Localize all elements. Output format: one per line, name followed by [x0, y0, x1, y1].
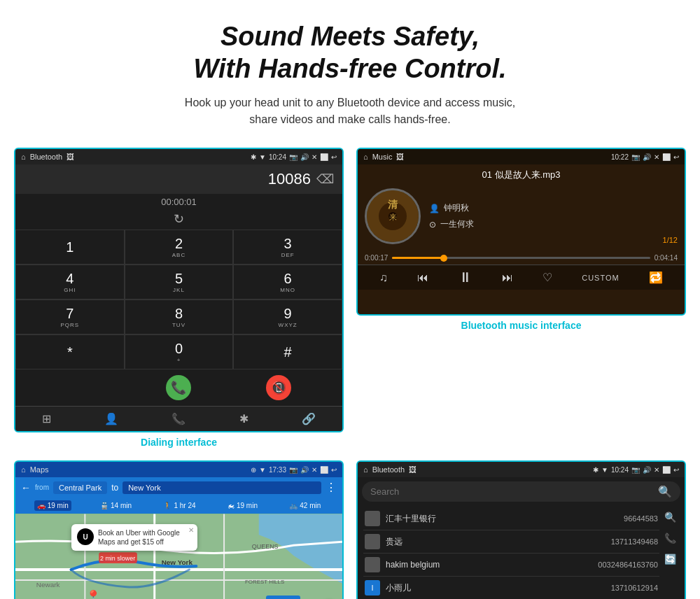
next-track-icon[interactable]: ⏭: [502, 272, 513, 284]
pb-refresh-icon[interactable]: 🔄: [664, 554, 676, 565]
home-icon4[interactable]: ⌂: [363, 465, 368, 474]
map-transport-bar: 🚗 19 min 🚆 14 min 🚶 1 hr 24 🏍 19 min 🚲: [15, 498, 342, 514]
close-icon2: ✕: [654, 153, 659, 161]
end-call-button[interactable]: 📵: [266, 375, 291, 400]
svg-text:来: 来: [389, 213, 397, 221]
heart-icon[interactable]: ♡: [542, 271, 552, 284]
back-icon[interactable]: ↩: [331, 153, 337, 161]
pb-search-bar: 🔍: [362, 481, 680, 502]
progress-bar[interactable]: [392, 257, 650, 259]
repeat-icon[interactable]: 🔁: [649, 271, 663, 284]
image-icon4: 🖼: [409, 465, 416, 474]
call-button[interactable]: 📞: [166, 375, 191, 400]
contact-avatar-4: I: [365, 580, 380, 596]
music-block: ⌂ Music 🖼 10:22 📷 🔊 ✕ ⬜ ↩ 01 似是故人来.mp3: [356, 148, 686, 448]
contact-avatar-1: [365, 511, 380, 526]
dial-key-5[interactable]: 5JKL: [125, 265, 234, 300]
dial-actions: 📞 📵: [15, 369, 342, 406]
prev-track-icon[interactable]: ⏮: [417, 272, 428, 284]
pb-screen-label: Bluetooth: [372, 465, 405, 474]
nav-person-icon[interactable]: 👤: [104, 412, 118, 425]
play-pause-icon[interactable]: ⏸: [458, 269, 472, 286]
music-info: 👤 钟明秋 ⊙ 一生何求: [429, 188, 654, 244]
dial-key-star[interactable]: *: [15, 334, 125, 369]
custom-button[interactable]: CUSTOM: [582, 274, 619, 282]
back-icon3[interactable]: ↩: [331, 466, 337, 474]
contact-item-1[interactable]: 汇丰十里银行 96644583: [363, 507, 659, 530]
dialing-screen: ⌂ Bluetooth 🖼 ✱ ▼ 10:24 📷 🔊 ✕ ⬜ ↩ 10086: [14, 148, 344, 432]
transport-walk[interactable]: 🚶 1 hr 24: [160, 500, 198, 511]
more-options-icon[interactable]: ⋮: [326, 481, 337, 494]
home-icon[interactable]: ⌂: [21, 153, 26, 161]
close-icon4: ✕: [654, 466, 659, 474]
dial-number-row: 10086 ⌫: [15, 164, 342, 194]
pb-time: 10:24: [611, 466, 629, 474]
dial-key-7[interactable]: 7PQRS: [15, 300, 125, 334]
dial-key-4[interactable]: 4GHI: [15, 265, 125, 300]
contact-item-3[interactable]: hakim belgium 00324864163760: [363, 554, 659, 577]
dial-key-2[interactable]: 2ABC: [125, 230, 234, 265]
music-screen: ⌂ Music 🖼 10:22 📷 🔊 ✕ ⬜ ↩ 01 似是故人来.mp3: [356, 148, 686, 316]
pb-search-right-icon[interactable]: 🔍: [664, 512, 676, 523]
nav-bluetooth-icon[interactable]: ✱: [239, 412, 248, 425]
dial-key-6[interactable]: 6MNO: [233, 265, 342, 300]
window-icon4: ⬜: [662, 466, 671, 474]
map-time: 17:33: [269, 466, 286, 474]
svg-text:U: U: [83, 533, 88, 541]
car-icon: 🚗: [37, 502, 46, 509]
contact-avatar-3: [365, 557, 380, 572]
transport-car[interactable]: 🚗 19 min: [34, 500, 71, 511]
camera-icon3: 📷: [289, 466, 298, 474]
dial-refresh-icon[interactable]: ↻: [15, 209, 342, 230]
contact-item-4[interactable]: I 小雨儿 13710612914: [363, 577, 659, 599]
svg-text:清: 清: [388, 199, 398, 210]
volume-icon: 🔊: [300, 153, 309, 161]
dial-key-1[interactable]: 1: [15, 230, 125, 265]
music-song-title: 01 似是故人来.mp3: [358, 164, 685, 181]
screens-grid: ⌂ Bluetooth 🖼 ✱ ▼ 10:24 📷 🔊 ✕ ⬜ ↩ 10086: [0, 141, 700, 599]
music-time: 10:22: [611, 153, 629, 161]
progress-fill: [392, 257, 444, 259]
popup-close-icon[interactable]: ✕: [188, 526, 194, 534]
dial-key-0[interactable]: 0+: [125, 334, 234, 369]
map-to[interactable]: New York: [122, 481, 321, 494]
backspace-button[interactable]: ⌫: [316, 171, 334, 187]
back-icon4[interactable]: ↩: [673, 466, 679, 474]
svg-text:QUEENS: QUEENS: [252, 543, 279, 550]
pb-search-input[interactable]: [370, 486, 652, 497]
music-track-num: 1/12: [663, 236, 678, 244]
nav-grid-icon[interactable]: ⊞: [42, 412, 51, 425]
music-album: ⊙ 一生何求: [429, 218, 654, 230]
map-block: ⌂ Maps ⊕ ▼ 17:33 📷 🔊 ✕ ⬜ ↩ ← from Ce: [14, 460, 344, 599]
nav-phone-icon[interactable]: 📞: [172, 412, 186, 425]
home-icon[interactable]: ⌂: [363, 153, 368, 161]
hero-title: Sound Meets Safety,With Hands-free Contr…: [56, 21, 644, 85]
music-note-icon[interactable]: ♫: [379, 272, 388, 284]
home-icon3[interactable]: ⌂: [21, 465, 26, 474]
dial-key-8[interactable]: 8TUV: [125, 300, 234, 334]
signal-icon3: ▼: [601, 466, 608, 474]
volume-icon3: 🔊: [300, 466, 309, 474]
pb-contact-list: 汇丰十里银行 96644583 贵远 13711349468 hakim bel…: [358, 506, 685, 599]
dial-key-9[interactable]: 9WXYZ: [233, 300, 342, 334]
dial-key-hash[interactable]: #: [233, 334, 342, 369]
map-status-bar: ⌂ Maps ⊕ ▼ 17:33 📷 🔊 ✕ ⬜ ↩: [15, 462, 342, 477]
transport-bike[interactable]: 🚲 42 min: [286, 500, 323, 511]
music-artist: 👤 钟明秋: [429, 202, 654, 214]
window-icon2: ⬜: [662, 153, 671, 161]
nav-link-icon[interactable]: 🔗: [302, 412, 316, 425]
map-back-button[interactable]: ←: [21, 482, 31, 493]
camera-icon4: 📷: [631, 466, 640, 474]
uber-icon: U: [77, 528, 94, 545]
svg-text:FOREST HILLS: FOREST HILLS: [245, 579, 284, 585]
dial-keypad: 1 2ABC 3DEF 4GHI 5JKL 6MNO 7PQRS 8TUV 9W…: [15, 230, 342, 369]
back-icon2[interactable]: ↩: [673, 153, 679, 161]
map-duration-badge: 19 min: [266, 596, 300, 599]
contact-number-3: 00324864163760: [598, 561, 658, 569]
contact-name-4: 小雨儿: [386, 582, 611, 594]
contact-item-2[interactable]: 贵远 13711349468: [363, 530, 659, 554]
transport-train[interactable]: 🚆 14 min: [97, 500, 134, 511]
transport-moto[interactable]: 🏍 19 min: [225, 500, 260, 511]
dial-key-3[interactable]: 3DEF: [233, 230, 342, 265]
pb-call-icon[interactable]: 📞: [664, 533, 676, 544]
